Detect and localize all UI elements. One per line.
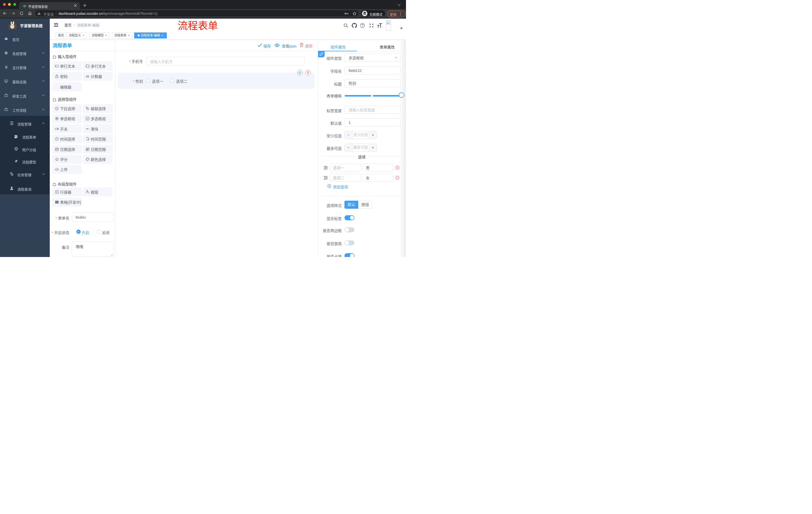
svg-text:123: 123 xyxy=(86,75,89,77)
